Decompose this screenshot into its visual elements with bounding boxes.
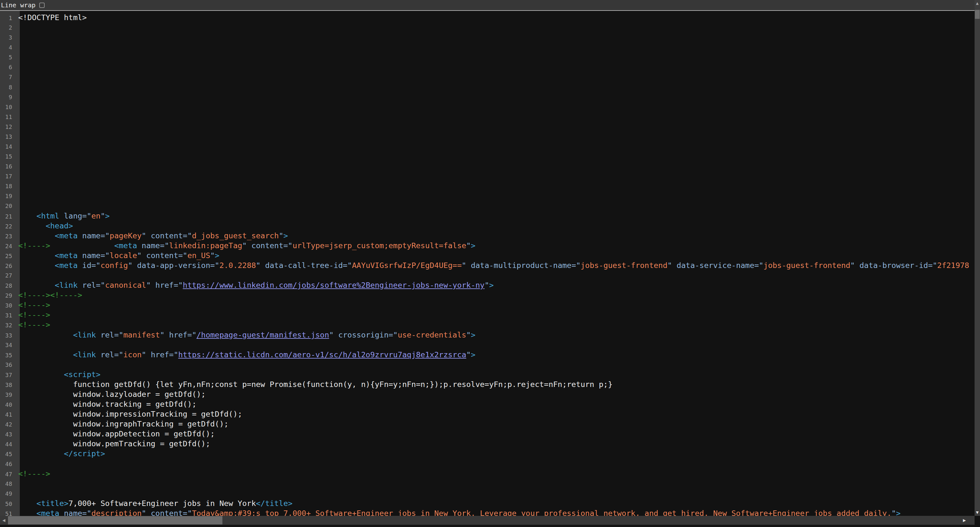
code-line: 39 window.lazyloader = getDfd(); xyxy=(0,389,975,399)
code-token-tag: <html xyxy=(18,211,59,221)
line-number: 23 xyxy=(0,231,16,241)
scroll-right-icon[interactable]: ▶ xyxy=(961,516,968,525)
code-line: 3 xyxy=(0,33,975,43)
code-token-comment: <!----> xyxy=(18,469,50,478)
code-token-attr: " xyxy=(466,241,471,250)
code-token-attr: " xyxy=(466,330,471,340)
line-number: 50 xyxy=(0,499,16,509)
code-line: 11 xyxy=(0,112,975,122)
line-number: 19 xyxy=(0,191,16,201)
line-number: 44 xyxy=(0,439,16,449)
code-token-tag: <meta xyxy=(18,509,59,516)
scroll-down-icon[interactable]: ▼ xyxy=(975,510,980,515)
code-token-tag: <meta xyxy=(18,261,78,270)
line-number: 36 xyxy=(0,360,16,370)
code-line: 14 xyxy=(0,142,975,152)
code-token-val: urlType=jserp_custom;emptyResult=false xyxy=(293,241,466,250)
line-number: 15 xyxy=(0,152,16,162)
source-link[interactable]: https://www.linkedin.com/jobs/software%2… xyxy=(183,281,485,290)
horizontal-scrollbar-thumb[interactable] xyxy=(8,516,223,524)
line-number: 45 xyxy=(0,449,16,459)
code-token-tag: <meta xyxy=(18,251,78,260)
code-line: 42 window.ingraphTracking = getDfd(); xyxy=(0,419,975,429)
code-line: 4 xyxy=(0,43,975,52)
code-token-attr: " xyxy=(892,509,896,516)
code-line: 30<!----> xyxy=(0,300,975,310)
line-number: 7 xyxy=(0,72,16,82)
code-line: 51 <meta name="description" content="Tod… xyxy=(0,508,975,516)
code-line: 43 window.appDetection = getDfd(); xyxy=(0,429,975,439)
horizontal-scrollbar[interactable]: ◀ ▶ xyxy=(0,516,975,525)
line-number: 2 xyxy=(0,23,16,33)
code-token-tag: > xyxy=(215,251,219,260)
code-token-tag: <meta xyxy=(18,231,78,240)
code-line: 44 window.pemTracking = getDfd(); xyxy=(0,439,975,449)
line-wrap-checkbox[interactable] xyxy=(39,3,45,8)
code-line: 9 xyxy=(0,92,975,102)
code-token-attr: " href=" xyxy=(160,330,197,340)
code-token-val: AAYuVIGsrfwIzP/EgD4UEg== xyxy=(352,261,462,270)
code-token-attr: " xyxy=(466,350,471,359)
code-token-attr: " xyxy=(100,211,105,221)
code-token-val: canonical xyxy=(105,281,146,290)
code-token-attr: " href=" xyxy=(142,350,178,359)
code-line: 25 <meta name="locale" content="en_US"> xyxy=(0,251,975,260)
code-token-tag: <link xyxy=(18,330,96,340)
code-token-attr: " href=" xyxy=(146,281,183,290)
line-number: 29 xyxy=(0,290,16,300)
code-line: 18 xyxy=(0,181,975,191)
code-line: 24<!----> <meta name="linkedin:pageTag" … xyxy=(0,241,975,251)
code-line: 38 function getDfd() {let yFn,nFn;const … xyxy=(0,379,975,389)
line-number: 11 xyxy=(0,112,16,122)
code-line: 20 xyxy=(0,201,975,211)
vertical-scrollbar-thumb[interactable] xyxy=(975,10,980,19)
line-number: 31 xyxy=(0,310,16,320)
code-line: 22 <head> xyxy=(0,221,975,231)
vertical-scrollbar[interactable]: ▲ ▼ xyxy=(975,0,980,516)
code-token-val: 2f21978 xyxy=(937,261,969,270)
code-token-val: icon xyxy=(124,350,142,359)
code-token-attr: " data-app-version=" xyxy=(128,261,220,270)
code-line: 7 xyxy=(0,72,975,82)
line-number: 48 xyxy=(0,479,16,489)
line-number: 34 xyxy=(0,340,16,350)
line-number: 42 xyxy=(0,419,16,429)
code-token-val: en xyxy=(91,211,100,221)
line-number: 46 xyxy=(0,459,16,469)
scroll-up-icon[interactable]: ▲ xyxy=(975,1,980,6)
code-line: 2 xyxy=(0,23,975,33)
code-token-tag: > xyxy=(471,350,475,359)
view-source-toolbar: Line wrap xyxy=(0,0,975,11)
code-line: 35 <link rel="icon" href="https://static… xyxy=(0,350,975,360)
line-number: 35 xyxy=(0,350,16,360)
code-token-tag: > xyxy=(105,211,110,221)
code-token-attr: name=" xyxy=(78,251,110,260)
code-token-tag: > xyxy=(471,241,475,250)
source-link[interactable]: https://static.licdn.com/aero-v1/sc/h/al… xyxy=(178,350,466,359)
line-number: 18 xyxy=(0,181,16,191)
scrollbar-corner xyxy=(975,516,980,527)
code-token-val: d_jobs_guest_search xyxy=(192,231,278,240)
line-number: 41 xyxy=(0,410,16,419)
code-line: 17 xyxy=(0,171,975,181)
source-viewport: 1<!DOCTYPE html>234567891011121314151617… xyxy=(0,11,975,516)
line-number: 3 xyxy=(0,33,16,43)
code-token-tag: <script> xyxy=(18,370,100,379)
source-link[interactable]: /homepage-guest/manifest.json xyxy=(197,330,329,340)
code-token-tag: <link xyxy=(18,281,78,290)
code-token-attr: name=" xyxy=(78,231,110,240)
code-token-val: jobs-guest-frontend xyxy=(763,261,850,270)
code-token-attr: " data-service-name=" xyxy=(668,261,764,270)
scroll-left-icon[interactable]: ◀ xyxy=(0,516,8,525)
line-wrap-control[interactable]: Line wrap xyxy=(1,1,45,10)
code-token-attr: " xyxy=(279,231,283,240)
code-token-tag: > xyxy=(896,509,900,516)
code-token-tag: </script> xyxy=(18,449,105,458)
line-number: 26 xyxy=(0,261,16,271)
code-token-attr: " crossorigin=" xyxy=(329,330,398,340)
code-token-val: config xyxy=(100,261,128,270)
line-wrap-label: Line wrap xyxy=(1,1,35,10)
code-line: 19 xyxy=(0,191,975,201)
code-token-val: Today&amp;#39;s top 7,000+ Software+Engi… xyxy=(192,509,891,516)
code-token-comment: <!----> xyxy=(18,310,50,319)
